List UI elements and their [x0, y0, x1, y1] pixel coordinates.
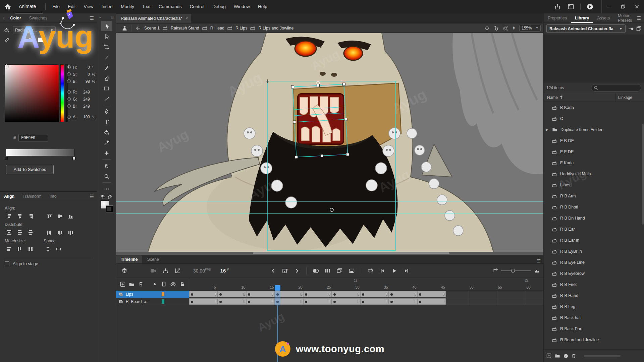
- library-item[interactable]: E B DE: [544, 135, 644, 146]
- step-back-icon[interactable]: [377, 266, 387, 276]
- color-value[interactable]: 249: [83, 104, 90, 109]
- library-item[interactable]: R Back Part: [544, 323, 644, 334]
- color-value[interactable]: 98: [86, 79, 90, 84]
- library-item[interactable]: F Kada: [544, 157, 644, 168]
- hex-input[interactable]: F9F9F9: [18, 134, 48, 141]
- workspace-icon[interactable]: [564, 0, 578, 13]
- library-search-input[interactable]: [591, 84, 641, 92]
- panel-menu-icon[interactable]: ☰: [637, 15, 641, 21]
- library-item[interactable]: R B Eyebrow: [544, 268, 644, 279]
- tab-timeline[interactable]: Timeline: [116, 255, 142, 263]
- menu-text[interactable]: Text: [138, 0, 155, 13]
- align-left-icon[interactable]: [5, 212, 13, 220]
- color-mode-radio[interactable]: [67, 79, 71, 83]
- onion-skin-icon[interactable]: [311, 266, 321, 276]
- match-height-icon[interactable]: [15, 245, 24, 253]
- match-width-icon[interactable]: [5, 245, 13, 253]
- frame-span[interactable]: [303, 291, 332, 297]
- frame-span[interactable]: [189, 298, 218, 305]
- subselection-tool-icon[interactable]: [101, 31, 112, 42]
- library-item[interactable]: ▶Duplicate Items Folder: [544, 124, 644, 135]
- layer-name[interactable]: Lips: [116, 291, 189, 298]
- align-top-icon[interactable]: [45, 212, 54, 220]
- breadcrumb-item[interactable]: R Lips: [235, 26, 247, 31]
- horizontal-scrollbar[interactable]: [116, 252, 543, 255]
- layer-parenting-icon[interactable]: [160, 266, 170, 276]
- frame-span[interactable]: [417, 291, 446, 297]
- color-value[interactable]: 0: [88, 72, 90, 77]
- asset-warp-tool-icon[interactable]: [101, 148, 112, 158]
- dist-bottom-icon[interactable]: [26, 229, 35, 237]
- keyframe-icon[interactable]: [248, 301, 250, 303]
- tab-color[interactable]: Color: [6, 13, 25, 23]
- dist-left-icon[interactable]: [45, 229, 54, 237]
- zoom-stepper[interactable]: ▲▼: [513, 26, 515, 30]
- align-to-stage-checkbox[interactable]: [5, 261, 9, 266]
- align-vcenter-icon[interactable]: [56, 212, 64, 220]
- breadcrumb-item[interactable]: R Lips and Jowline: [258, 26, 293, 31]
- line-tool-icon[interactable]: [101, 94, 112, 104]
- menu-window[interactable]: Window: [230, 0, 254, 13]
- highlight-layers-icon[interactable]: [151, 280, 159, 288]
- library-item[interactable]: R B Dhoti: [544, 201, 644, 213]
- keyframe-icon[interactable]: [219, 301, 222, 303]
- saturation-brightness-picker[interactable]: [5, 64, 59, 122]
- playhead[interactable]: [275, 285, 280, 291]
- tab-properties[interactable]: Properties: [544, 13, 571, 23]
- breadcrumb-item[interactable]: Raksash Stand: [171, 26, 199, 31]
- home-icon[interactable]: [0, 0, 15, 13]
- selection-tool-icon[interactable]: [101, 21, 112, 31]
- new-symbol-icon[interactable]: [546, 353, 551, 358]
- menu-commands[interactable]: Commands: [155, 0, 186, 13]
- stroke-color-swatch[interactable]: [106, 206, 113, 213]
- library-item[interactable]: R B Dn Hand: [544, 213, 644, 224]
- panel-menu-icon[interactable]: ☰: [90, 15, 94, 21]
- library-item[interactable]: R Beard and Jowline: [544, 334, 644, 345]
- close-tab-icon[interactable]: ×: [185, 16, 188, 21]
- keyframe-icon[interactable]: [390, 293, 393, 296]
- layer-row[interactable]: Lips: [116, 291, 543, 298]
- pin-library-icon[interactable]: [628, 27, 634, 31]
- new-library-panel-icon[interactable]: [636, 26, 641, 31]
- swap-colors-icon[interactable]: [107, 195, 112, 199]
- close-icon[interactable]: [630, 0, 644, 13]
- keyframe-icon[interactable]: [333, 293, 336, 296]
- panel-menu-icon[interactable]: ☰: [537, 258, 541, 263]
- tab-transform[interactable]: Transform: [18, 192, 46, 201]
- hue-slider[interactable]: [60, 64, 64, 122]
- keyframe-icon[interactable]: [419, 301, 421, 303]
- slider-knob[interactable]: [511, 269, 515, 273]
- free-transform-tool-icon[interactable]: [101, 42, 112, 52]
- classic-brush-tool-icon[interactable]: [101, 62, 112, 73]
- vertical-scrollbar[interactable]: [642, 124, 644, 225]
- library-item[interactable]: Lines: [544, 179, 644, 190]
- library-item[interactable]: R B Ear: [544, 224, 644, 235]
- onion-skin-outlines-icon[interactable]: [323, 266, 333, 276]
- hide-layers-icon[interactable]: [169, 280, 177, 288]
- breadcrumb-item[interactable]: R Head: [210, 26, 224, 31]
- layer-frames[interactable]: [189, 291, 543, 298]
- restore-icon[interactable]: [616, 0, 630, 13]
- keyframe-icon[interactable]: [248, 293, 250, 296]
- color-value[interactable]: 249: [83, 90, 90, 95]
- zoom-level-select[interactable]: 155%▼: [519, 25, 541, 32]
- next-keyframe-icon[interactable]: [292, 266, 302, 276]
- document-tab[interactable]: Raksash Animated Character.fla* ×: [116, 14, 191, 23]
- library-item[interactable]: Haddiyoi ki Mala: [544, 168, 644, 179]
- color-value[interactable]: 249: [83, 97, 90, 102]
- library-item[interactable]: B Kada: [544, 102, 644, 113]
- clip-content-icon[interactable]: [503, 25, 508, 31]
- fill-style-select[interactable]: Radial gra...▼: [13, 26, 56, 34]
- frame-span[interactable]: [189, 291, 218, 297]
- share-icon[interactable]: [551, 0, 564, 13]
- color-mode-radio[interactable]: [67, 97, 71, 101]
- new-layer-icon[interactable]: [119, 280, 126, 288]
- match-both-icon[interactable]: [26, 245, 35, 253]
- dist-top-icon[interactable]: [5, 229, 13, 237]
- library-item[interactable]: R B Eye Line: [544, 257, 644, 268]
- library-item[interactable]: R B Hand: [544, 290, 644, 301]
- keyframe-icon[interactable]: [362, 293, 364, 296]
- new-folder-icon[interactable]: [128, 280, 136, 288]
- library-item[interactable]: R B Ear in: [544, 235, 644, 246]
- library-item[interactable]: R B EyBr in: [544, 246, 644, 257]
